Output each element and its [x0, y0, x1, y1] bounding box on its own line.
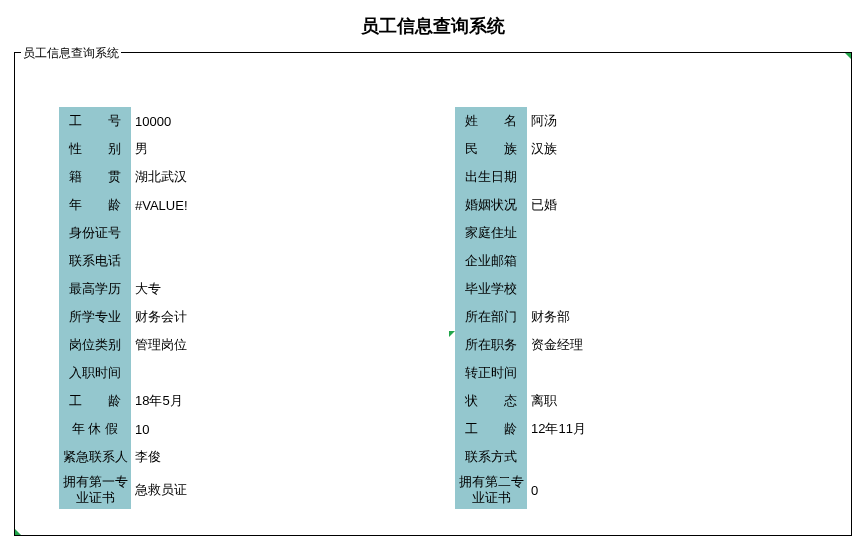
right-value: 0	[527, 483, 647, 498]
cell-marker-icon	[449, 331, 455, 337]
right-row: 民 族汉族	[455, 135, 647, 163]
left-row: 工 号10000	[59, 107, 251, 135]
left-label: 所学专业	[59, 303, 131, 331]
right-label: 转正时间	[455, 359, 527, 387]
right-label: 所在职务	[455, 331, 527, 359]
right-column: 姓 名阿汤民 族汉族出生日期婚姻状况已婚家庭住址企业邮箱毕业学校所在部门财务部所…	[455, 107, 647, 509]
right-row: 工 龄12年11月	[455, 415, 647, 443]
left-row: 入职时间	[59, 359, 251, 387]
left-row: 工 龄18年5月	[59, 387, 251, 415]
left-label: 拥有第一专业证书	[59, 471, 131, 509]
left-value: 男	[131, 140, 251, 158]
right-value: 阿汤	[527, 112, 647, 130]
form-fieldset: 员工信息查询系统 工 号10000性 别男籍 贯湖北武汉年 龄#VALUE!身份…	[14, 52, 852, 536]
right-label: 企业邮箱	[455, 247, 527, 275]
left-row: 年 休 假10	[59, 415, 251, 443]
corner-mark-top-right	[845, 53, 851, 59]
left-label: 岗位类别	[59, 331, 131, 359]
page-title: 员工信息查询系统	[0, 0, 866, 46]
left-label: 工 龄	[59, 387, 131, 415]
left-value: 大专	[131, 280, 251, 298]
right-label: 拥有第二专业证书	[455, 471, 527, 509]
fieldset-legend: 员工信息查询系统	[21, 45, 121, 62]
right-label: 毕业学校	[455, 275, 527, 303]
right-label: 姓 名	[455, 107, 527, 135]
right-label: 婚姻状况	[455, 191, 527, 219]
left-row: 紧急联系人李俊	[59, 443, 251, 471]
right-label: 所在部门	[455, 303, 527, 331]
left-row: 联系电话	[59, 247, 251, 275]
corner-mark-bottom-left	[15, 529, 21, 535]
right-label: 家庭住址	[455, 219, 527, 247]
left-value: 湖北武汉	[131, 168, 251, 186]
right-label: 出生日期	[455, 163, 527, 191]
right-label: 联系方式	[455, 443, 527, 471]
left-value: 10000	[131, 114, 251, 129]
right-row: 所在职务资金经理	[455, 331, 647, 359]
right-value: 资金经理	[527, 336, 647, 354]
left-row: 最高学历大专	[59, 275, 251, 303]
left-label: 籍 贯	[59, 163, 131, 191]
left-label: 性 别	[59, 135, 131, 163]
left-label: 紧急联系人	[59, 443, 131, 471]
left-column: 工 号10000性 别男籍 贯湖北武汉年 龄#VALUE!身份证号联系电话最高学…	[59, 107, 251, 509]
right-row: 所在部门财务部	[455, 303, 647, 331]
left-value: 18年5月	[131, 392, 251, 410]
right-value: 离职	[527, 392, 647, 410]
right-row: 姓 名阿汤	[455, 107, 647, 135]
left-row: 岗位类别管理岗位	[59, 331, 251, 359]
left-row: 所学专业财务会计	[59, 303, 251, 331]
right-label: 民 族	[455, 135, 527, 163]
left-label: 年 龄	[59, 191, 131, 219]
left-label: 最高学历	[59, 275, 131, 303]
right-label: 工 龄	[455, 415, 527, 443]
right-row: 联系方式	[455, 443, 647, 471]
left-row: 身份证号	[59, 219, 251, 247]
left-value: #VALUE!	[131, 198, 251, 213]
right-value: 财务部	[527, 308, 647, 326]
left-row: 性 别男	[59, 135, 251, 163]
left-label: 工 号	[59, 107, 131, 135]
right-row: 状 态离职	[455, 387, 647, 415]
right-row: 毕业学校	[455, 275, 647, 303]
left-value: 管理岗位	[131, 336, 251, 354]
right-row: 转正时间	[455, 359, 647, 387]
right-row: 出生日期	[455, 163, 647, 191]
left-label: 联系电话	[59, 247, 131, 275]
left-value: 10	[131, 422, 251, 437]
right-row: 家庭住址	[455, 219, 647, 247]
left-value: 财务会计	[131, 308, 251, 326]
left-row: 籍 贯湖北武汉	[59, 163, 251, 191]
right-value: 12年11月	[527, 420, 647, 438]
left-value: 急救员证	[131, 481, 251, 499]
right-row: 企业邮箱	[455, 247, 647, 275]
right-row: 拥有第二专业证书0	[455, 471, 647, 509]
left-label: 年 休 假	[59, 415, 131, 443]
right-row: 婚姻状况已婚	[455, 191, 647, 219]
left-label: 身份证号	[59, 219, 131, 247]
left-row: 年 龄#VALUE!	[59, 191, 251, 219]
left-value: 李俊	[131, 448, 251, 466]
right-label: 状 态	[455, 387, 527, 415]
left-label: 入职时间	[59, 359, 131, 387]
right-value: 汉族	[527, 140, 647, 158]
right-value: 已婚	[527, 196, 647, 214]
left-row: 拥有第一专业证书急救员证	[59, 471, 251, 509]
